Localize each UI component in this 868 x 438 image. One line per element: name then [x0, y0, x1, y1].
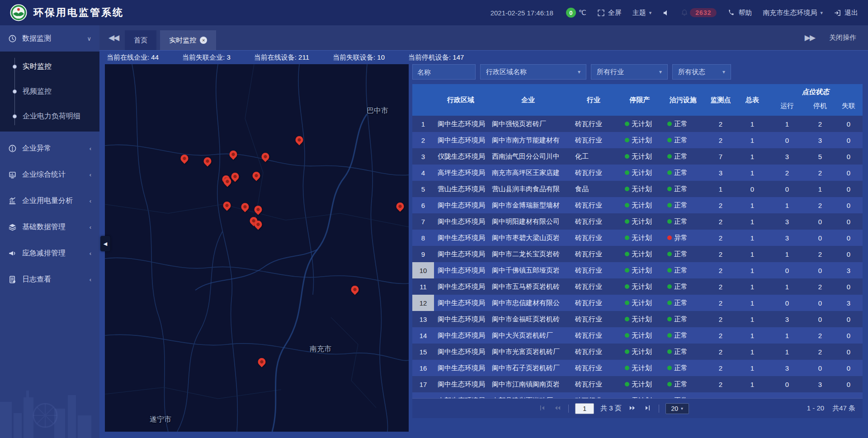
- sidebar-item-log-view[interactable]: 日志查看‹: [0, 266, 99, 292]
- table-row[interactable]: 6 阆中生态环境局 阆中市金博瑞新型墙材 砖瓦行业 无计划 正常 2 1 1 2…: [412, 197, 863, 213]
- col-header-limit: 停限产: [618, 84, 661, 116]
- mute-button[interactable]: [662, 9, 670, 17]
- top-header: 环保用电监管系统 2021-02-25 17:46:18 0 ℃ 全屏 主题 ▾…: [0, 0, 868, 25]
- tab-realtime[interactable]: 实时监控×: [160, 30, 216, 50]
- limit-status-dot: [625, 203, 629, 207]
- facility-status-dot: [667, 170, 672, 175]
- name-search-input[interactable]: [412, 64, 476, 80]
- sidebar-item-emergency-reduction[interactable]: 应急减排管理‹: [0, 240, 99, 266]
- sidebar-item-enterprise-statistics[interactable]: 企业综合统计‹: [0, 161, 99, 188]
- page-size-value: 20: [671, 405, 678, 412]
- total-count-label: 共47 条: [832, 404, 855, 413]
- brand: 环保用电监管系统: [10, 4, 124, 21]
- table-row[interactable]: 16 阆中生态环境局 阆中市石子页岩机砖厂 砖瓦行业 无计划 正常 2 1 3 …: [412, 360, 863, 376]
- table-row[interactable]: 15 阆中生态环境局 阆中市光富页岩机砖厂 砖瓦行业 无计划 正常 2 1 1 …: [412, 344, 863, 360]
- sidebar-item-basic-data-management[interactable]: 基础数据管理‹: [0, 214, 99, 240]
- facility-status-dot: [667, 219, 672, 224]
- table-row[interactable]: 5 营山生态环境局 营山县润丰肉食品有限 食品 无计划 正常 1 0 0 1 0: [412, 181, 863, 197]
- content-area: ◀◀ 首页实时监控× ▶▶ 关闭操作 当前在线企业: 44当前失联企业: 3当前…: [99, 25, 868, 438]
- sidebar-item-label: 基础数据管理: [22, 222, 84, 232]
- sidebar-subitem-realtime-monitoring[interactable]: 实时监控: [0, 54, 99, 79]
- limit-status-dot: [625, 349, 629, 354]
- main-region: 巴中市南充市遂宁市 ◀ 行政区域名称 ▾ 所有行业 ▾: [99, 64, 868, 438]
- enterprise-table: 行政区域 企业 行业 停限产 治污设施 监测点 总表 运行 停机 失联 点位状态…: [412, 84, 863, 398]
- table-row[interactable]: 9 阆中生态环境局 阆中市二龙长宝页岩砖 砖瓦行业 无计划 正常 2 1 1 2…: [412, 246, 863, 262]
- page-number-input[interactable]: [575, 403, 594, 414]
- table-row[interactable]: 11 阆中生态环境局 阆中市五马桥页岩机砖 砖瓦行业 无计划 正常 2 1 1 …: [412, 278, 863, 295]
- tabs-scroll-left-button[interactable]: ◀◀: [106, 33, 121, 42]
- stat-item: 当前在线企业: 44: [107, 53, 159, 62]
- table-row[interactable]: 13 阆中生态环境局 阆中市金福旺页岩机砖 砖瓦行业 无计划 正常 2 1 3 …: [412, 311, 863, 327]
- sidebar-item-data-monitoring[interactable]: 数据监测∨: [0, 25, 99, 52]
- facility-status-dot: [667, 284, 672, 289]
- limit-status-dot: [625, 301, 629, 305]
- limit-status-dot: [625, 138, 629, 142]
- last-page-button[interactable]: [643, 404, 652, 413]
- theme-dropdown[interactable]: 主题 ▾: [632, 9, 652, 17]
- theme-label: 主题: [632, 9, 646, 17]
- table-row[interactable]: 12 阆中生态环境局 阆中市忠信建材有限公 砖瓦行业 无计划 正常 2 1 0 …: [412, 295, 863, 311]
- collapse-panel-handle[interactable]: ◀: [100, 236, 110, 251]
- tab-label: 实时监控: [169, 36, 196, 45]
- fullscreen-button[interactable]: 全屏: [597, 9, 622, 17]
- page-size-select[interactable]: 20 ▾: [665, 403, 689, 414]
- col-header-points: 监测点: [705, 84, 736, 116]
- datetime-label: 2021-02-25 17:46:18: [491, 9, 553, 17]
- chevron-left-icon: ‹: [90, 250, 91, 257]
- status-select[interactable]: 所有状态 ▾: [672, 64, 731, 80]
- industry-select[interactable]: 所有行业 ▾: [591, 64, 668, 80]
- prev-page-button[interactable]: [553, 404, 562, 413]
- status-select-value: 所有状态: [678, 68, 705, 76]
- sidebar-subitem-video-monitoring[interactable]: 视频监控: [0, 79, 99, 104]
- table-row[interactable]: 8 阆中生态环境局 阆中市枣碧大梁山页岩 砖瓦行业 无计划 异常 2 1 3 0…: [412, 230, 863, 246]
- sidebar-item-enterprise-abnormal[interactable]: 企业异常‹: [0, 135, 99, 161]
- table-row[interactable]: 1 阆中生态环境局 阆中强锐页岩砖厂 砖瓦行业 无计划 正常 2 1 1 2 0: [412, 116, 863, 132]
- first-page-button[interactable]: [538, 404, 547, 413]
- table-row[interactable]: 2 阆中生态环境局 阆中市南方节能建材有 砖瓦行业 无计划 正常 2 1 0 3…: [412, 132, 863, 148]
- limit-status-dot: [625, 170, 629, 175]
- stats-icon: [8, 170, 17, 179]
- limit-status-dot: [625, 235, 629, 240]
- main-layout: 数据监测∨实时监控视频监控企业电力负荷明细企业异常‹企业综合统计‹企业用电量分析…: [0, 25, 868, 438]
- map-roads: [105, 64, 409, 432]
- tabs-scroll-right-button[interactable]: ▶▶: [802, 33, 817, 42]
- stat-value: 211: [298, 53, 309, 61]
- notifications-button[interactable]: 2632: [681, 8, 717, 17]
- chevron-down-icon: ▾: [722, 69, 725, 75]
- stat-value: 3: [226, 53, 230, 61]
- submenu-dot-icon: [13, 89, 17, 94]
- close-operations-button[interactable]: 关闭操作: [829, 33, 856, 42]
- logout-label: 退出: [844, 9, 858, 17]
- table-row[interactable]: 14 阆中生态环境局 阆中大兴页岩机砖厂 砖瓦行业 无计划 正常 2 1 1 2…: [412, 327, 863, 344]
- table-row[interactable]: 18 南部生态环境局 南部县建兴页岩砖厂 砖瓦行业 无计划 正常 2 1 0 0…: [412, 392, 863, 398]
- table-body: 1 阆中生态环境局 阆中强锐页岩砖厂 砖瓦行业 无计划 正常 2 1 1 2 0…: [412, 116, 863, 398]
- sidebar-subitem-label: 企业电力负荷明细: [23, 112, 80, 121]
- tab-close-icon[interactable]: ×: [200, 37, 207, 44]
- limit-status-dot: [625, 284, 629, 289]
- map[interactable]: 巴中市南充市遂宁市 ◀: [105, 64, 409, 432]
- fullscreen-icon: [597, 9, 605, 17]
- facility-status-dot: [667, 138, 672, 142]
- sidebar-item-power-usage-analysis[interactable]: 企业用电量分析‹: [0, 188, 99, 214]
- chevron-down-icon: ▾: [649, 10, 652, 16]
- table-row[interactable]: 17 阆中生态环境局 阆中市江南镇阆南页岩 砖瓦行业 无计划 正常 2 1 0 …: [412, 376, 863, 392]
- logout-button[interactable]: 退出: [834, 9, 858, 17]
- limit-status-dot: [625, 154, 629, 159]
- sidebar-subitem-power-load-detail[interactable]: 企业电力负荷明细: [0, 104, 99, 129]
- table-row[interactable]: 10 阆中生态环境局 阆中千佛镇五郎垭页岩 砖瓦行业 无计划 正常 2 1 0 …: [412, 262, 863, 278]
- sidebar-menu: 数据监测∨实时监控视频监控企业电力负荷明细企业异常‹企业综合统计‹企业用电量分析…: [0, 25, 99, 292]
- user-org-dropdown[interactable]: 南充市生态环境局 ▾: [763, 9, 823, 17]
- table-row[interactable]: 4 高坪生态环境局 南充市高坪区王家店建 砖瓦行业 无计划 正常 3 1 2 2…: [412, 165, 863, 181]
- table-row[interactable]: 7 阆中生态环境局 阆中明阳建材有限公司 砖瓦行业 无计划 正常 2 1 3 0…: [412, 213, 863, 230]
- help-button[interactable]: 帮助: [727, 9, 752, 17]
- region-select[interactable]: 行政区域名称 ▾: [480, 64, 586, 80]
- col-header-facility: 治污设施: [661, 84, 705, 116]
- sidebar: 数据监测∨实时监控视频监控企业电力负荷明细企业异常‹企业综合统计‹企业用电量分析…: [0, 25, 99, 438]
- facility-status-dot: [667, 268, 672, 273]
- stat-label: 当前失联企业:: [182, 53, 226, 61]
- tab-home[interactable]: 首页: [125, 30, 156, 50]
- submenu-dot-icon: [13, 65, 17, 69]
- next-page-button[interactable]: [628, 404, 637, 413]
- notification-count-badge: 2632: [690, 8, 717, 17]
- table-row[interactable]: 3 仪陇生态环境局 西南油气田分公司川中 化工 无计划 正常 7 1 3 5 0: [412, 148, 863, 165]
